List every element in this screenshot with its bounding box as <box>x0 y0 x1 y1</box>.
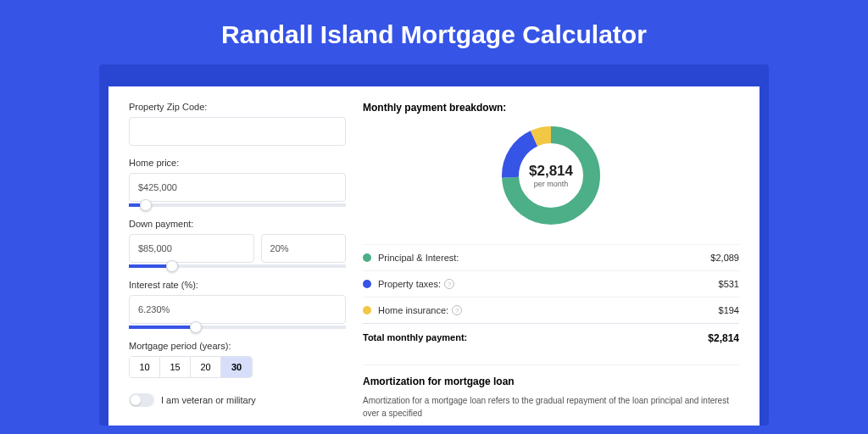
amortization-text: Amortization for a mortgage loan refers … <box>363 394 739 420</box>
dot-icon <box>363 306 371 314</box>
period-label: Mortgage period (years): <box>129 341 346 351</box>
page-title: Randall Island Mortgage Calculator <box>0 0 868 64</box>
legend-value: $531 <box>719 279 739 289</box>
total-row: Total monthly payment: $2,814 <box>363 323 739 353</box>
price-input[interactable] <box>129 173 346 202</box>
period-field: Mortgage period (years): 10 15 20 30 <box>129 341 346 378</box>
legend-label: Property taxes:? <box>378 279 719 289</box>
price-label: Home price: <box>129 158 346 168</box>
down-pct-input[interactable] <box>261 234 346 263</box>
rate-slider[interactable] <box>129 326 346 329</box>
period-15[interactable]: 15 <box>160 357 191 377</box>
rate-field: Interest rate (%): <box>129 280 346 329</box>
legend-label: Principal & Interest: <box>378 253 710 263</box>
calculator-card: Property Zip Code: Home price: Down paym… <box>108 86 760 426</box>
donut-value: $2,814 <box>529 163 574 179</box>
total-label: Total monthly payment: <box>363 332 708 344</box>
zip-label: Property Zip Code: <box>129 102 346 112</box>
down-label: Down payment: <box>129 219 346 229</box>
donut-sub: per month <box>534 180 569 188</box>
legend-label: Home insurance:? <box>378 305 719 315</box>
form-panel: Property Zip Code: Home price: Down paym… <box>129 102 346 426</box>
info-icon[interactable]: ? <box>452 305 462 315</box>
period-10[interactable]: 10 <box>130 357 160 377</box>
legend-row-insurance: Home insurance:? $194 <box>363 297 739 323</box>
veteran-label: I am veteran or military <box>161 395 256 405</box>
amortization-title: Amortization for mortgage loan <box>363 376 739 387</box>
period-group: 10 15 20 30 <box>129 356 253 378</box>
legend: Principal & Interest: $2,089 Property ta… <box>363 244 739 353</box>
donut-chart: $2,814 per month <box>363 120 739 231</box>
period-20[interactable]: 20 <box>191 357 221 377</box>
rate-input[interactable] <box>129 295 346 324</box>
info-icon[interactable]: ? <box>444 279 454 289</box>
price-field: Home price: <box>129 158 346 207</box>
down-field: Down payment: <box>129 219 346 268</box>
breakdown-title: Monthly payment breakdown: <box>363 102 739 114</box>
zip-field: Property Zip Code: <box>129 102 346 146</box>
down-input[interactable] <box>129 234 254 263</box>
legend-value: $2,089 <box>710 253 739 263</box>
total-value: $2,814 <box>708 332 739 344</box>
amortization-section: Amortization for mortgage loan Amortizat… <box>363 364 739 420</box>
legend-row-principal: Principal & Interest: $2,089 <box>363 244 739 270</box>
legend-row-taxes: Property taxes:? $531 <box>363 270 739 297</box>
zip-input[interactable] <box>129 117 346 146</box>
down-slider[interactable] <box>129 264 346 268</box>
legend-value: $194 <box>719 305 739 315</box>
period-30[interactable]: 30 <box>221 357 252 377</box>
price-slider[interactable] <box>129 203 346 207</box>
rate-label: Interest rate (%): <box>129 280 346 290</box>
dot-icon <box>363 280 371 288</box>
veteran-row: I am veteran or military <box>129 393 346 407</box>
breakdown-panel: Monthly payment breakdown: $2,814 per mo… <box>346 102 739 426</box>
dot-icon <box>363 253 371 262</box>
veteran-toggle[interactable] <box>129 393 154 407</box>
outer-panel: Property Zip Code: Home price: Down paym… <box>99 64 769 426</box>
